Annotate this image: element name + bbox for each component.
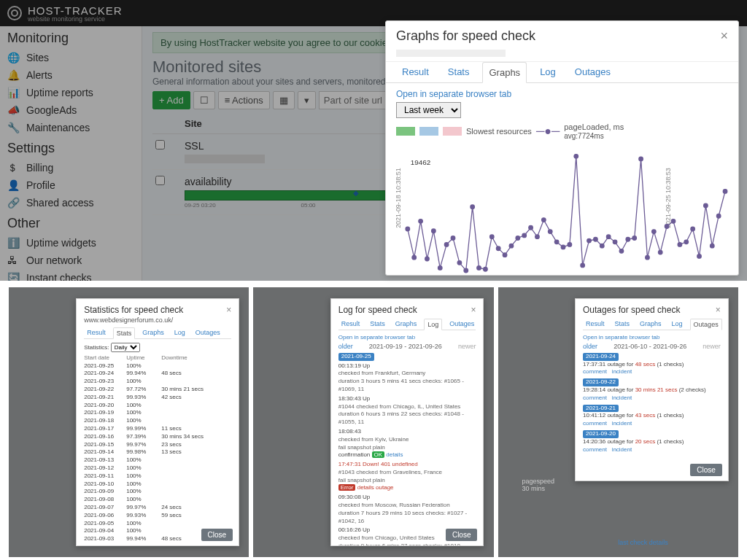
pagespeed-label: pagespeed30 mins	[522, 478, 555, 492]
svg-point-51	[723, 190, 727, 194]
tab-graphs[interactable]: Graphs	[139, 327, 167, 338]
svg-point-48	[704, 203, 708, 208]
tab-result[interactable]: Result	[583, 319, 608, 330]
tab-result[interactable]: Result	[338, 319, 363, 330]
tab-log[interactable]: Log	[424, 319, 442, 330]
modal-tabs: Result Stats Graphs Log Outages	[386, 61, 738, 83]
tab-log[interactable]: Log	[534, 62, 562, 82]
tab-stats[interactable]: Stats	[113, 327, 136, 339]
open-separate-link[interactable]: Open in separate browser tab	[396, 89, 511, 99]
svg-point-46	[691, 227, 695, 231]
svg-point-39	[646, 255, 650, 260]
legend-swatch-green	[396, 127, 415, 136]
close-icon[interactable]: ×	[471, 305, 476, 315]
granularity-select[interactable]: Daily	[111, 343, 140, 352]
open-separate-link[interactable]: Open in separate browser tab	[338, 334, 415, 341]
svg-point-28	[574, 155, 578, 159]
outages-modal-title: Outages for speed check	[583, 305, 680, 315]
tab-result[interactable]: Result	[396, 62, 435, 82]
svg-point-26	[561, 245, 565, 249]
svg-point-47	[697, 254, 702, 259]
tab-outages[interactable]: Outages	[446, 319, 477, 330]
svg-point-38	[639, 157, 643, 161]
svg-point-9	[451, 236, 455, 241]
line-chart: 2021-09-18 10:38:51 2021-09-25 10:38:53 …	[396, 144, 728, 290]
outages-modal: Outages for speed check× Result Stats Gr…	[575, 298, 729, 482]
range-select[interactable]: Last week	[396, 102, 461, 118]
close-button[interactable]: Close	[446, 529, 478, 541]
open-separate-link[interactable]: Open in separate browser tab	[583, 334, 659, 341]
legend-swatch-blue	[419, 127, 438, 136]
legend-series: pageLoaded, ms	[564, 122, 624, 131]
tab-log[interactable]: Log	[669, 319, 686, 330]
svg-point-21	[529, 225, 533, 230]
tab-result[interactable]: Result	[84, 327, 109, 338]
outages-body: Open in separate browser tab older2021-0…	[583, 334, 721, 454]
tab-outages[interactable]: Outages	[569, 62, 616, 82]
older-link[interactable]: older	[338, 342, 353, 351]
svg-point-34	[613, 240, 617, 244]
log-modal: Log for speed check× Result Stats Graphs…	[330, 298, 484, 546]
svg-point-12	[471, 205, 475, 209]
svg-point-8	[444, 243, 449, 247]
svg-point-19	[516, 236, 520, 241]
stats-modal-title: Statistics for speed check	[84, 305, 183, 315]
svg-point-35	[619, 249, 624, 254]
newer-link[interactable]: newer	[458, 342, 476, 351]
svg-point-32	[600, 244, 605, 248]
y-axis-right-label: 2021-09-25 10:38:53	[665, 168, 672, 228]
svg-point-44	[678, 243, 682, 247]
tab-log[interactable]: Log	[171, 327, 188, 338]
close-icon[interactable]: ×	[716, 305, 721, 315]
stats-tabs: Result Stats Graphs Log Outages	[84, 327, 231, 339]
stats-modal: Statistics for speed check× www.webdesig…	[76, 298, 239, 546]
last-check-details-link[interactable]: last check details	[618, 539, 668, 546]
tab-graphs[interactable]: Graphs	[392, 319, 420, 330]
thumbnails-row: Statistics for speed check× www.webdesig…	[0, 284, 747, 560]
legend-swatch-pink	[443, 127, 462, 136]
newer-link[interactable]: newer	[703, 342, 721, 351]
legend-slowest: Slowest resources	[466, 127, 532, 136]
tab-graphs[interactable]: Graphs	[482, 62, 527, 83]
outages-thumbnail: Outages for speed check× Result Stats Gr…	[498, 287, 738, 557]
tab-outages[interactable]: Outages	[690, 319, 722, 330]
tab-stats[interactable]: Stats	[442, 62, 476, 82]
svg-point-36	[626, 237, 630, 241]
tab-outages[interactable]: Outages	[193, 327, 223, 338]
svg-point-10	[457, 261, 462, 265]
svg-point-45	[684, 240, 689, 244]
outages-tabs: Result Stats Graphs Log Outages	[583, 319, 721, 330]
tab-stats[interactable]: Stats	[612, 319, 633, 330]
svg-point-18	[509, 244, 514, 248]
modal-close-button[interactable]: ×	[720, 28, 728, 44]
svg-point-3	[412, 255, 417, 260]
app-main-region: HOST-TRACKER website monitoring service …	[0, 0, 747, 281]
svg-point-30	[587, 238, 592, 243]
close-button[interactable]: Close	[201, 529, 233, 541]
log-tabs: Result Stats Graphs Log Outages	[338, 319, 476, 330]
modal-title: Graphs for speed check	[396, 28, 535, 44]
graphs-modal: Graphs for speed check × Result Stats Gr…	[385, 20, 739, 276]
tab-stats[interactable]: Stats	[367, 319, 388, 330]
svg-point-43	[671, 219, 676, 224]
svg-point-23	[542, 218, 546, 222]
svg-point-49	[711, 244, 715, 248]
svg-point-29	[581, 263, 585, 268]
svg-point-42	[665, 225, 669, 229]
older-link[interactable]: older	[583, 342, 597, 351]
svg-point-16	[496, 246, 500, 251]
peak-label: 19462	[411, 158, 430, 166]
close-button[interactable]: Close	[690, 464, 722, 476]
y-axis-left-label: 2021-09-18 10:38:51	[396, 168, 402, 228]
svg-point-22	[535, 235, 540, 239]
svg-point-13	[477, 266, 481, 271]
svg-point-27	[568, 243, 572, 247]
tab-graphs[interactable]: Graphs	[637, 319, 665, 330]
stats-body: Statistics: Daily Start date Uptime Down…	[84, 343, 231, 543]
svg-point-4	[419, 219, 423, 224]
svg-point-20	[522, 233, 527, 238]
svg-point-31	[594, 237, 598, 241]
close-icon[interactable]: ×	[226, 305, 231, 315]
svg-point-7	[438, 266, 442, 271]
svg-point-6	[432, 229, 436, 233]
